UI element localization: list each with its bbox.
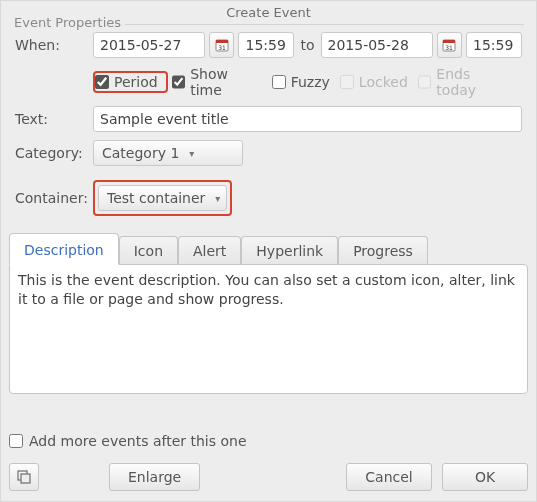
fieldset-divider bbox=[125, 24, 524, 25]
category-combo-value: Category 1 bbox=[102, 145, 179, 161]
ok-button[interactable]: OK bbox=[442, 463, 528, 491]
when-label: When: bbox=[15, 37, 93, 53]
tab-progress[interactable]: Progress bbox=[338, 236, 428, 265]
locked-checkbox-label: Locked bbox=[359, 74, 408, 90]
event-properties-fieldset: Event Properties When: 31 to 31 bbox=[9, 24, 528, 232]
start-time-input[interactable] bbox=[238, 32, 294, 58]
category-row: Category: Category 1 ▾ bbox=[15, 140, 522, 166]
fuzzy-checkbox-label: Fuzzy bbox=[291, 74, 330, 90]
add-more-label: Add more events after this one bbox=[29, 433, 247, 449]
button-row: Enlarge Cancel OK bbox=[9, 463, 528, 491]
tab-hyperlink[interactable]: Hyperlink bbox=[241, 236, 338, 265]
svg-rect-7 bbox=[21, 474, 30, 483]
ends-today-checkbox-label: Ends today bbox=[436, 66, 512, 98]
fieldset-label: Event Properties bbox=[11, 15, 124, 30]
tab-icon[interactable]: Icon bbox=[119, 236, 178, 265]
text-label: Text: bbox=[15, 111, 93, 127]
chevron-down-icon: ▾ bbox=[189, 148, 194, 159]
container-row: Container: Test container ▾ bbox=[15, 180, 522, 216]
container-combo[interactable]: Test container ▾ bbox=[98, 185, 227, 211]
start-date-input[interactable] bbox=[93, 32, 205, 58]
duplicate-button[interactable] bbox=[9, 463, 39, 491]
description-textarea[interactable]: This is the event description. You can a… bbox=[9, 264, 528, 394]
calendar-icon: 31 bbox=[442, 38, 456, 52]
dialog-bottom: Add more events after this one Enlarge C… bbox=[9, 433, 528, 491]
show-time-checkbox[interactable]: Show time bbox=[172, 66, 262, 98]
event-title-input[interactable] bbox=[93, 106, 522, 132]
container-label: Container: bbox=[15, 190, 93, 206]
locked-checkbox: Locked bbox=[340, 74, 408, 90]
category-label: Category: bbox=[15, 145, 93, 161]
text-row: Text: bbox=[15, 106, 522, 132]
create-event-dialog: Create Event Event Properties When: 31 t… bbox=[0, 0, 537, 502]
fuzzy-checkbox[interactable]: Fuzzy bbox=[272, 74, 330, 90]
svg-text:31: 31 bbox=[445, 44, 453, 51]
duplicate-icon bbox=[16, 469, 32, 485]
options-row: Period Show time Fuzzy Locked Ends today bbox=[15, 66, 522, 98]
calendar-icon: 31 bbox=[215, 38, 229, 52]
show-time-checkbox-label: Show time bbox=[190, 66, 262, 98]
category-combo[interactable]: Category 1 ▾ bbox=[93, 140, 243, 166]
tab-description[interactable]: Description bbox=[9, 233, 119, 265]
container-combo-value: Test container bbox=[107, 190, 205, 206]
tabs-header: Description Icon Alert Hyperlink Progres… bbox=[9, 232, 528, 264]
end-date-picker-button[interactable]: 31 bbox=[437, 32, 462, 58]
details-tabs: Description Icon Alert Hyperlink Progres… bbox=[9, 232, 528, 394]
when-row: When: 31 to 31 bbox=[15, 32, 522, 58]
period-checkbox[interactable]: Period bbox=[95, 74, 158, 90]
end-time-input[interactable] bbox=[466, 32, 522, 58]
period-checkbox-label: Period bbox=[114, 74, 158, 90]
end-date-input[interactable] bbox=[321, 32, 433, 58]
start-date-picker-button[interactable]: 31 bbox=[209, 32, 234, 58]
svg-text:31: 31 bbox=[218, 44, 226, 51]
to-label: to bbox=[300, 37, 314, 53]
enlarge-button[interactable]: Enlarge bbox=[109, 463, 200, 491]
container-highlight: Test container ▾ bbox=[93, 180, 232, 216]
cancel-button[interactable]: Cancel bbox=[346, 463, 432, 491]
chevron-down-icon: ▾ bbox=[215, 193, 220, 204]
add-more-checkbox[interactable]: Add more events after this one bbox=[9, 433, 528, 449]
ends-today-checkbox: Ends today bbox=[418, 66, 512, 98]
tab-alert[interactable]: Alert bbox=[178, 236, 241, 265]
period-highlight: Period bbox=[93, 71, 168, 93]
